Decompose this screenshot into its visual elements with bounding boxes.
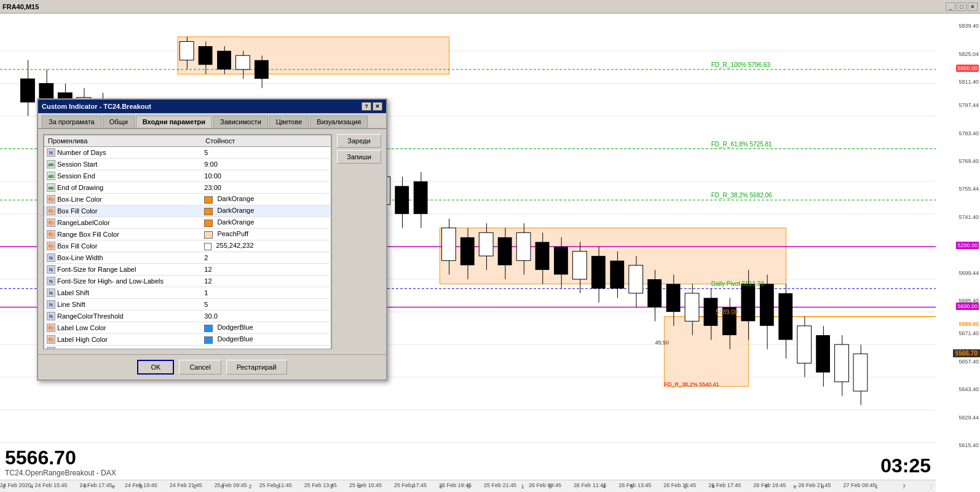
minimize-button[interactable]: _ xyxy=(946,2,955,11)
svg-rect-97 xyxy=(741,284,755,322)
str-icon: ab xyxy=(47,172,55,180)
checkbox-box-fill2[interactable] xyxy=(204,243,211,250)
tab-general[interactable]: Общи xyxy=(103,116,135,128)
svg-rect-77 xyxy=(554,247,568,274)
row-value-label-high-color[interactable]: DodgerBlue xyxy=(202,334,331,346)
tab-inputs[interactable]: Входни параметри xyxy=(136,116,212,128)
svg-rect-75 xyxy=(535,242,550,269)
svg-text:FD_R_100%  5796.63: FD_R_100% 5796.63 xyxy=(711,62,771,68)
color-swatch-label-low xyxy=(204,325,213,332)
tab-visualization[interactable]: Визуализация xyxy=(310,116,368,128)
svg-rect-47 xyxy=(255,60,269,79)
dialog-title-bar: Custom Indicator - TC24.Breakout ? ✕ xyxy=(38,100,386,113)
price-label-5657: 5657.40 xyxy=(958,359,979,365)
num-icon: N xyxy=(47,312,55,320)
row-value-line-shift[interactable]: 5 xyxy=(202,299,331,311)
table-row[interactable]: N Number of Days 5 xyxy=(44,147,331,159)
row-value-font-size-hl[interactable]: 12 xyxy=(202,276,331,287)
table-row[interactable]: ab Session End 10:00 xyxy=(44,170,331,182)
table-row[interactable]: 🎨 Box Fill Color DarkOrange xyxy=(44,205,331,217)
svg-rect-81 xyxy=(591,256,606,288)
row-value-range-box-fill-color[interactable]: PeachPuff xyxy=(202,229,331,240)
bottom-right-time: 03:25 xyxy=(880,454,931,477)
row-value-session-end[interactable]: 10:00 xyxy=(202,170,331,182)
svg-rect-61 xyxy=(395,186,409,213)
cancel-button[interactable]: Cancel xyxy=(179,360,221,375)
price-axis: 5839.40 5825.04 5811.40 5800.00 5797.44 … xyxy=(936,14,980,480)
close-button[interactable]: ✕ xyxy=(968,2,978,11)
color-swatch-box-line xyxy=(204,196,213,204)
bottom-price-subtitle: TC24.OpenRangeBreakout - DAX xyxy=(5,469,116,477)
svg-rect-91 xyxy=(685,293,699,321)
window-title: FRA40,M15 xyxy=(2,3,39,10)
table-row[interactable]: ab Session Start 9:00 xyxy=(44,159,331,170)
svg-rect-67 xyxy=(460,237,475,265)
side-buttons: Зареди Запиши xyxy=(337,134,381,349)
num-icon: N xyxy=(47,300,55,309)
svg-rect-41 xyxy=(199,46,213,65)
table-row[interactable]: N Line Shift 5 xyxy=(44,299,331,311)
table-row[interactable]: N Box-Line Width 2 xyxy=(44,252,331,264)
row-value-label-shift[interactable]: 1 xyxy=(202,287,331,299)
row-value-end-of-drawing[interactable]: 23:00 xyxy=(202,182,331,194)
table-row[interactable]: N rr 33 xyxy=(44,346,331,350)
table-row[interactable]: 🎨 Box Fill Color 255,242,232 xyxy=(44,240,331,252)
table-row[interactable]: 🎨 Label High Color DodgerBlue xyxy=(44,334,331,346)
svg-rect-99 xyxy=(760,284,774,326)
indicator-dialog: Custom Indicator - TC24.Breakout ? ✕ За … xyxy=(37,98,387,381)
row-value-box-line-color[interactable]: DarkOrange xyxy=(202,194,331,205)
params-table-container[interactable]: Променлива Стойност N Number of Days xyxy=(43,134,332,349)
table-row[interactable]: ab End of Drawing 23:00 xyxy=(44,182,331,194)
dialog-bottom-buttons: OK Cancel Рестартирай xyxy=(38,354,386,379)
table-header: Променлива Стойност xyxy=(44,135,331,147)
dialog-body: Променлива Стойност N Number of Days xyxy=(38,129,386,354)
price-label-5811: 5811.40 xyxy=(958,79,979,85)
row-value-range-color-threshold[interactable]: 30.0 xyxy=(202,311,331,322)
svg-rect-87 xyxy=(647,279,662,307)
row-value-number-of-days[interactable]: 5 xyxy=(202,147,331,159)
table-row[interactable]: 🎨 Box-Line Color DarkOrange xyxy=(44,194,331,205)
row-value-box-fill-color2[interactable]: 255,242,232 xyxy=(202,240,331,252)
maximize-button[interactable]: □ xyxy=(957,2,966,11)
table-row[interactable]: N Label Shift 1 xyxy=(44,287,331,299)
svg-rect-43 xyxy=(217,51,231,69)
svg-text:45:50: 45:50 xyxy=(655,339,669,346)
price-label-5825: 5825.04 xyxy=(958,51,979,57)
load-button[interactable]: Зареди xyxy=(337,134,381,148)
dialog-close-button[interactable]: ✕ xyxy=(373,102,382,111)
ok-button[interactable]: OK xyxy=(137,360,174,375)
svg-rect-69 xyxy=(479,232,493,256)
dialog-tabs: За програмата Общи Входни параметри Зави… xyxy=(38,113,386,129)
price-label-5600-highlight: 5600.00 xyxy=(956,303,979,310)
row-name-number-of-days: N Number of Days xyxy=(47,148,199,157)
dialog-help-button[interactable]: ? xyxy=(362,102,371,111)
row-value-font-size-range[interactable]: 12 xyxy=(202,264,331,276)
tab-dependencies[interactable]: Зависимости xyxy=(213,116,268,128)
table-body: N Number of Days 5 xyxy=(44,147,331,350)
row-value-box-line-width[interactable]: 2 xyxy=(202,252,331,264)
row-value-range-label-color[interactable]: DarkOrange xyxy=(202,217,331,229)
row-value-session-start[interactable]: 9:00 xyxy=(202,159,331,170)
table-row[interactable]: 🎨 RangeLabelColor DarkOrange xyxy=(44,217,331,229)
price-label-5699: 5699.44 xyxy=(958,270,979,276)
table-row[interactable]: N RangeColorThreshold 30.0 xyxy=(44,311,331,322)
table-row[interactable]: 🎨 Label Low Color DodgerBlue xyxy=(44,322,331,334)
row-value-rr[interactable]: 33 xyxy=(202,346,331,350)
table-row[interactable]: N Font-Size for High- and Low-Labels 12 xyxy=(44,276,331,287)
color-swatch-box-fill xyxy=(204,208,213,215)
col-variable-header: Променлива xyxy=(44,135,202,147)
clr-icon: 🎨 xyxy=(47,335,55,344)
row-value-label-low-color[interactable]: DodgerBlue xyxy=(202,322,331,334)
row-value-box-fill-color[interactable]: DarkOrange xyxy=(202,205,331,217)
tab-about[interactable]: За програмата xyxy=(42,116,101,128)
restart-button[interactable]: Рестартирай xyxy=(226,360,287,375)
table-row[interactable]: 🎨 Range Box Fill Color PeachPuff xyxy=(44,229,331,240)
price-label-5200-highlight: 5200.00 xyxy=(956,242,979,249)
svg-rect-73 xyxy=(516,232,531,260)
tab-colors[interactable]: Цветове xyxy=(269,116,309,128)
table-row[interactable]: N Font-Size for Range Label 12 xyxy=(44,264,331,276)
num-icon: N xyxy=(47,277,55,285)
save-button[interactable]: Запиши xyxy=(337,150,381,164)
svg-rect-25 xyxy=(20,79,34,102)
price-label-5839: 5839.40 xyxy=(958,23,979,29)
